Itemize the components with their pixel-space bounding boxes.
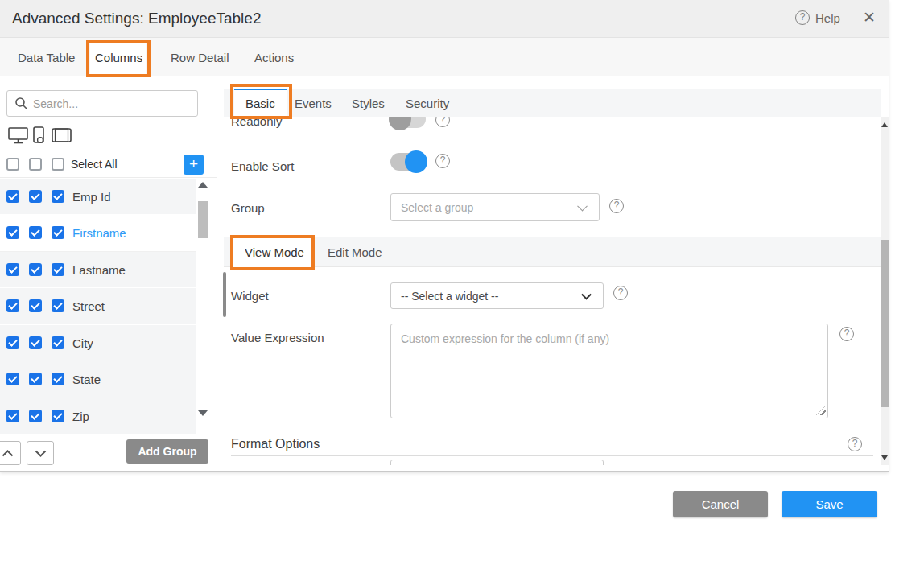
scroll-up-icon[interactable] <box>198 182 208 188</box>
column-checkbox-desktop[interactable] <box>6 263 19 276</box>
column-checkbox-tablet[interactable] <box>52 263 64 276</box>
search-input[interactable] <box>33 91 194 116</box>
tab-view-mode[interactable]: View Mode <box>245 245 304 259</box>
tab-data-table[interactable]: Data Table <box>18 51 75 64</box>
column-row[interactable]: Street <box>0 288 196 324</box>
tab-security[interactable]: Security <box>406 97 449 110</box>
group-help-icon[interactable]: ? <box>609 199 624 213</box>
column-checkbox-desktop[interactable] <box>6 410 19 422</box>
chevron-down-icon <box>581 289 592 299</box>
value-expression-label: Value Expression <box>231 331 324 344</box>
column-label[interactable]: Zip <box>72 410 89 423</box>
value-expression-textarea[interactable] <box>390 324 828 418</box>
format-options-divider <box>231 455 873 456</box>
column-label[interactable]: Lastname <box>72 263 126 277</box>
select-all-checkbox-desktop[interactable] <box>6 158 19 171</box>
tab-actions[interactable]: Actions <box>254 51 294 64</box>
readonly-label: Readonly <box>231 117 282 128</box>
column-row[interactable]: Lastname <box>0 252 196 288</box>
sidebar-scrollbar[interactable] <box>198 179 208 435</box>
column-row[interactable]: Zip <box>0 398 196 435</box>
scroll-down-icon[interactable] <box>198 410 208 416</box>
enable-sort-label: Enable Sort <box>231 159 294 173</box>
move-column-up-button[interactable] <box>0 441 21 465</box>
column-checkbox-tablet[interactable] <box>52 373 64 385</box>
column-checkbox-mobile[interactable] <box>29 263 42 276</box>
value-expression-help-icon[interactable]: ? <box>839 327 854 341</box>
widget-help-icon[interactable]: ? <box>613 286 628 300</box>
close-icon[interactable]: ✕ <box>863 8 876 27</box>
search-icon <box>14 97 28 110</box>
column-checkbox-desktop[interactable] <box>6 226 19 239</box>
advanced-settings-dialog: Advanced Settings: EmployeeTable2 ? Help… <box>0 0 889 472</box>
tab-columns[interactable]: Columns <box>95 51 142 64</box>
group-dropdown-placeholder: Select a group <box>401 201 473 214</box>
select-all-row: Select All + <box>0 151 217 178</box>
column-row[interactable]: Firstname <box>0 215 196 251</box>
column-checkbox-mobile[interactable] <box>29 373 42 385</box>
column-checkbox-tablet[interactable] <box>52 226 64 239</box>
panel-scrollbar[interactable] <box>881 117 889 465</box>
column-row[interactable]: Emp Id <box>0 179 196 215</box>
select-all-checkbox-tablet[interactable] <box>52 158 64 171</box>
tab-styles[interactable]: Styles <box>352 97 385 110</box>
help-icon: ? <box>795 10 810 25</box>
clipped-field <box>390 460 604 465</box>
mobile-icon[interactable] <box>33 126 46 145</box>
mode-tab-bar: View Mode Edit Mode <box>224 237 881 267</box>
column-checkbox-tablet[interactable] <box>52 410 64 422</box>
readonly-toggle[interactable] <box>390 117 426 129</box>
column-checkbox-mobile[interactable] <box>29 410 42 422</box>
clipped-input[interactable] <box>390 460 604 465</box>
app-page: Advanced Settings: EmployeeTable2 ? Help… <box>0 0 924 577</box>
column-checkbox-tablet[interactable] <box>52 336 64 349</box>
column-label[interactable]: City <box>72 336 93 350</box>
widget-select[interactable]: -- Select a widget -- <box>390 282 604 309</box>
column-checkbox-tablet[interactable] <box>52 299 64 312</box>
column-checkbox-desktop[interactable] <box>6 373 19 385</box>
column-checkbox-tablet[interactable] <box>52 190 64 203</box>
format-options-help-icon[interactable]: ? <box>848 437 862 451</box>
move-column-down-button[interactable] <box>27 441 54 465</box>
column-checkbox-desktop[interactable] <box>6 190 19 203</box>
column-label[interactable]: Emp Id <box>72 190 111 204</box>
select-all-checkbox-mobile[interactable] <box>29 158 42 171</box>
enable-sort-toggle[interactable] <box>390 152 426 171</box>
add-column-button[interactable]: + <box>184 155 204 175</box>
column-checkbox-desktop[interactable] <box>6 299 19 312</box>
desktop-icon[interactable] <box>8 127 28 144</box>
help-button[interactable]: ? Help <box>795 10 840 25</box>
column-checkbox-mobile[interactable] <box>29 190 42 203</box>
save-button[interactable]: Save <box>782 491 877 517</box>
sidebar-scrollbar-thumb[interactable] <box>198 201 208 238</box>
column-checkbox-mobile[interactable] <box>29 336 42 349</box>
column-row[interactable]: City <box>0 325 196 361</box>
column-label[interactable]: Firstname <box>72 226 126 240</box>
column-search <box>6 90 198 117</box>
help-label: Help <box>815 11 840 25</box>
tab-events[interactable]: Events <box>295 97 332 110</box>
column-label[interactable]: Street <box>72 299 105 313</box>
column-row[interactable]: State <box>0 361 196 398</box>
column-checkbox-mobile[interactable] <box>29 226 42 239</box>
cancel-button[interactable]: Cancel <box>673 491 768 517</box>
readonly-help-icon[interactable]: ? <box>435 117 450 127</box>
pane-resize-handle[interactable] <box>223 272 226 317</box>
widget-select-value: -- Select a widget -- <box>401 290 498 303</box>
device-toggle-row <box>0 121 217 150</box>
enable-sort-help-icon[interactable]: ? <box>435 154 450 168</box>
scroll-up-icon[interactable] <box>881 122 888 127</box>
tab-edit-mode[interactable]: Edit Mode <box>328 245 382 259</box>
column-list: Emp Id Firstname Lastname Street City St… <box>0 179 196 435</box>
scroll-down-icon[interactable] <box>881 455 888 460</box>
add-group-button[interactable]: Add Group <box>126 439 208 464</box>
column-checkbox-mobile[interactable] <box>29 299 42 312</box>
tab-row-detail[interactable]: Row Detail <box>171 51 229 64</box>
tab-basic[interactable]: Basic <box>245 97 275 110</box>
panel-scrollbar-thumb[interactable] <box>881 240 889 407</box>
column-label[interactable]: State <box>72 373 101 386</box>
readonly-row: Readonly ? <box>224 117 723 150</box>
column-checkbox-desktop[interactable] <box>6 336 19 349</box>
group-dropdown[interactable]: Select a group <box>390 193 600 221</box>
tablet-icon[interactable] <box>52 128 72 142</box>
